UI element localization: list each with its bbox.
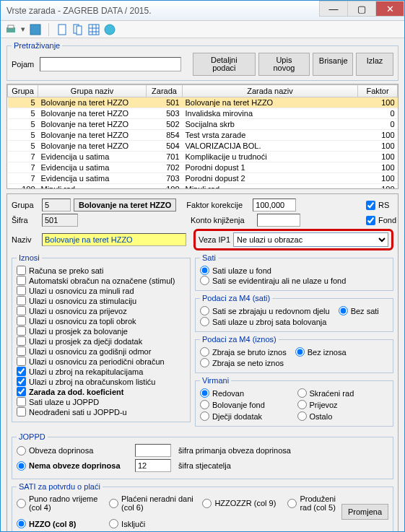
grid-icon[interactable] bbox=[88, 24, 100, 35]
search-label: Pojam bbox=[12, 60, 34, 69]
satipot-option[interactable]: Puno radno vrijeme (col 4) bbox=[17, 494, 103, 512]
svg-rect-3 bbox=[58, 25, 66, 35]
m4iznos-opt1[interactable] bbox=[200, 347, 209, 357]
konto-label: Konto knjiženja bbox=[191, 216, 254, 224]
rs-checkbox[interactable] bbox=[366, 201, 375, 210]
grupa-naziv-button[interactable]: Bolovanje na teret HZZO bbox=[74, 199, 176, 212]
table-header[interactable]: Grupa naziv bbox=[38, 85, 147, 97]
m4iznos-opt2[interactable] bbox=[200, 358, 209, 367]
doc1-icon[interactable] bbox=[56, 24, 68, 35]
table-header[interactable]: Grupa bbox=[8, 85, 38, 97]
new-button[interactable]: Upis novog bbox=[258, 53, 310, 76]
naziv-label: Naziv bbox=[12, 235, 39, 244]
virmani-option[interactable]: Ostalo bbox=[297, 411, 389, 421]
svg-rect-6 bbox=[89, 25, 99, 35]
virmani-option[interactable]: Skraćeni rad bbox=[297, 388, 389, 398]
iznosi-item[interactable]: Ulazi u prosjek za dječji dodatak bbox=[17, 336, 186, 346]
maximize-button[interactable]: ▢ bbox=[347, 1, 376, 17]
iznosi-fieldset: Iznosi Računa se preko satiAutomatski ob… bbox=[12, 253, 191, 422]
window-title: Vrste zarada - ZAGREB DATA / 2015. bbox=[6, 6, 320, 16]
search-fieldset: Pretraživanje Pojam Detaljni podaci Upis… bbox=[6, 41, 399, 81]
iznosi-item[interactable]: Ulazi u osnovicu za godišnji odmor bbox=[17, 346, 186, 356]
satipot-option[interactable]: Produženi rad (col 5) bbox=[287, 494, 336, 512]
detail-button[interactable]: Detaljni podaci bbox=[193, 53, 256, 76]
sifra-field bbox=[42, 214, 78, 227]
search-input[interactable] bbox=[40, 57, 181, 71]
doc2-icon[interactable] bbox=[72, 24, 84, 35]
iznosi-item[interactable]: Zarada za dod. koeficient bbox=[17, 387, 186, 396]
veza-select[interactable]: Ne ulazi u obrazac bbox=[233, 232, 388, 247]
table-header[interactable]: Zarada bbox=[147, 85, 183, 97]
table-row[interactable]: 5Bolovanje na teret HZZO854Test vrsta za… bbox=[8, 130, 398, 141]
m4sati-opt1[interactable] bbox=[200, 306, 209, 315]
fond-checkbox[interactable] bbox=[366, 216, 375, 225]
iznosi-item[interactable]: Ulazi u osnovicu za periodični obračun bbox=[17, 357, 186, 366]
iznosi-item[interactable]: Ulazi u zbroj na obračunskom listiću bbox=[17, 377, 186, 386]
virmani-option[interactable]: Prijevoz bbox=[297, 400, 389, 409]
virmani-option[interactable]: Bolovanje fond bbox=[200, 400, 292, 409]
satipot-option[interactable]: Isključi bbox=[109, 519, 196, 528]
iznosi-item[interactable]: Ulazi u prosjek za bolovanje bbox=[17, 326, 186, 336]
svg-rect-1 bbox=[8, 25, 14, 28]
satipot-option[interactable]: Plaćeni neradni dani (col 6) bbox=[109, 494, 196, 512]
virmani-option[interactable]: Dječji dodatak bbox=[200, 411, 292, 421]
veza-label: Veza IP1 bbox=[199, 235, 230, 244]
table-row[interactable]: 7Evidencija u satima702Porodni dopust 11… bbox=[8, 162, 398, 173]
svg-rect-5 bbox=[77, 26, 82, 35]
iznosi-item[interactable]: Ulazi u zbroj na rekapitulacijama bbox=[17, 367, 186, 376]
table-row[interactable]: 5Bolovanje na teret HZZO501Bolovanje na … bbox=[8, 97, 398, 108]
grupa-label: Grupa bbox=[12, 201, 39, 209]
table-row[interactable]: 7Evidencija u satima703Porodni dopust 21… bbox=[8, 173, 398, 184]
exit-button[interactable]: Izlaz bbox=[356, 53, 393, 76]
table-header[interactable]: Faktor bbox=[358, 85, 398, 97]
table-row[interactable]: 100Minuli rad100Minuli rad100 bbox=[8, 184, 398, 190]
grupa-field bbox=[42, 199, 71, 212]
konto-field[interactable] bbox=[257, 214, 300, 227]
iznosi-item[interactable]: Računa se preko sati bbox=[17, 266, 186, 275]
svg-rect-2 bbox=[30, 25, 40, 35]
change-button[interactable]: Promjena bbox=[341, 504, 388, 520]
m4sati-opt2[interactable] bbox=[200, 317, 209, 326]
iznosi-item[interactable]: Ulazi u osnovicu za stimulaciju bbox=[17, 296, 186, 305]
joppd-sifra2[interactable] bbox=[135, 459, 171, 472]
virmani-option[interactable]: Redovan bbox=[200, 388, 292, 398]
iznosi-item[interactable]: Ulazi u osnovicu za topli obrok bbox=[17, 316, 186, 326]
print-icon[interactable] bbox=[5, 24, 17, 35]
iznosi-item[interactable]: Ulazi u osnovicu za prijevoz bbox=[17, 306, 186, 315]
faktor-label: Faktor korekcije bbox=[186, 201, 250, 209]
table-row[interactable]: 7Evidencija u satima701Komplikacije u tr… bbox=[8, 152, 398, 162]
m4iznos-opt3[interactable] bbox=[295, 347, 305, 357]
toolbar: ▾ bbox=[1, 21, 404, 38]
data-table[interactable]: GrupaGrupa nazivZaradaZarada nazivFaktor… bbox=[6, 84, 399, 189]
iznosi-item[interactable]: Automatski obračun na označene (stimul) bbox=[17, 276, 186, 285]
table-row[interactable]: 5Bolovanje na teret HZZO504VALORIZACIJA … bbox=[8, 141, 398, 152]
iznosi-item[interactable]: Sati ulaze u JOPPD bbox=[17, 397, 186, 406]
delete-button[interactable]: Brisanje bbox=[313, 53, 353, 76]
joppd-opt1[interactable] bbox=[17, 446, 26, 455]
image-icon[interactable] bbox=[30, 24, 41, 35]
joppd-sifra1[interactable] bbox=[135, 444, 171, 457]
naziv-field[interactable] bbox=[42, 233, 186, 246]
sifra-label: Šifra bbox=[12, 216, 39, 224]
joppd-opt2[interactable] bbox=[17, 461, 26, 471]
iznosi-item[interactable]: Neodrađeni sati u JOPPD-u bbox=[17, 407, 186, 417]
close-button[interactable]: ✕ bbox=[375, 1, 404, 17]
table-row[interactable]: 5Bolovanje na teret HZZO502Socijalna skr… bbox=[8, 119, 398, 130]
faktor-field[interactable] bbox=[253, 199, 296, 212]
sati-opt1[interactable] bbox=[200, 266, 209, 275]
sati-opt2[interactable] bbox=[200, 276, 209, 285]
minimize-button[interactable]: — bbox=[319, 1, 348, 17]
search-legend: Pretraživanje bbox=[12, 41, 62, 50]
satipot-option[interactable]: HZZO (col 8) bbox=[17, 519, 103, 528]
satipot-option[interactable]: HZZOZZR (col 9) bbox=[202, 499, 276, 508]
globe-icon[interactable] bbox=[104, 24, 116, 35]
table-row[interactable]: 5Bolovanje na teret HZZO503Invalidska mi… bbox=[8, 108, 398, 119]
iznosi-item[interactable]: Ulazi u osnovicu za minuli rad bbox=[17, 286, 186, 295]
dropdown-arrow-icon[interactable]: ▾ bbox=[21, 25, 25, 34]
svg-point-11 bbox=[105, 25, 115, 35]
table-header[interactable]: Zarada naziv bbox=[183, 85, 358, 97]
m4sati-opt3[interactable] bbox=[339, 306, 348, 315]
